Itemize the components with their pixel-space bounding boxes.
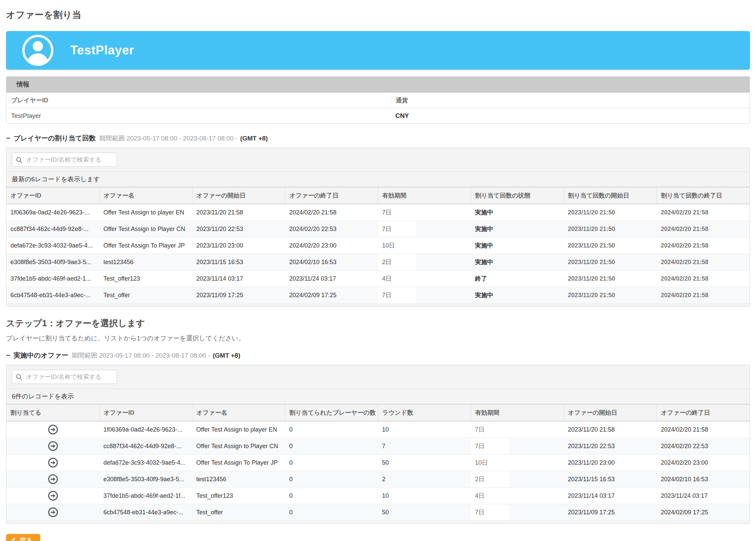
assign-offer-button[interactable] [46, 489, 60, 503]
table-row: 37fde1b5-abdc-469f-aed2-1... Test_offer1… [6, 270, 750, 287]
count-end-cell: 2024/02/20 21:58 [657, 254, 750, 270]
offer-name-cell: Offer Test Assign to player EN [99, 204, 192, 221]
count-start-cell: 2023/11/20 21:50 [564, 287, 657, 304]
offer-id-cell: cc887f34-462c-44d9-92e8-... [6, 221, 99, 237]
count-end-cell: 2024/02/20 21:58 [657, 204, 750, 221]
offer-end-cell: 2024/02/09 17:25 [657, 504, 750, 521]
offer-end-cell: 2024/02/20 23:00 [285, 237, 378, 254]
offer-start-cell: 2023/11/20 23:00 [564, 455, 657, 471]
chevron-left-icon [11, 537, 16, 541]
table-header-row: オファーID オファー名 オファーの開始日 オファーの終了日 有効期間 割り当て… [6, 187, 750, 204]
valid-period-cell: 10日 [471, 455, 564, 471]
arrow-right-circle-icon [48, 441, 58, 452]
offer-id-cell: 1f06369a-0ad2-4e26-9623-... [99, 421, 192, 438]
info-header-row: プレイヤーID 通貨 [6, 93, 750, 108]
count-end-cell: 2024/02/20 21:58 [657, 270, 750, 287]
table-footer-strip [6, 521, 750, 523]
timezone-label: (GMT +8) [240, 135, 268, 142]
offer-name-cell: Offer Test Assign to Player CN [192, 438, 285, 455]
offer-start-cell: 2023/11/09 17:25 [192, 287, 285, 304]
table-row: 1f06369a-0ad2-4e26-9623-... Offer Test A… [6, 421, 750, 438]
valid-period-cell: 7日 [471, 504, 564, 521]
header-count-end: 割り当て回数の終了日 [657, 187, 750, 204]
step1-description: プレイヤーに割り当てるために、リストから1つのオファーを選択してください。 [6, 334, 750, 343]
offer-id-cell: 1f06369a-0ad2-4e26-9623-... [6, 204, 99, 221]
status-cell: 実施中 [471, 221, 564, 237]
period-label: 期間範囲 [72, 352, 97, 359]
section-title: プレイヤーの割り当て回数 [14, 134, 96, 143]
assign-offer-button[interactable] [46, 423, 60, 436]
header-valid-period: 有効期間 [378, 187, 471, 204]
rounds-cell: 10 [378, 421, 471, 438]
currency-value: CNY [391, 112, 750, 120]
offer-end-cell: 2024/02/20 21:58 [657, 421, 750, 438]
offer-start-cell: 2023/11/20 21:58 [564, 421, 657, 438]
section-header-active-offers: − 実施中のオファー 期間範囲 2023-05-17 08:00 - 2023-… [6, 351, 750, 360]
search-area [6, 365, 750, 389]
active-offers-panel: 6件のレコードを表示 割り当てる オファーID オファー名 割り当てられたプレー… [6, 365, 750, 524]
rounds-cell: 50 [378, 455, 471, 471]
assigned-players-cell: 0 [285, 421, 378, 438]
offer-end-cell: 2024/02/09 17:25 [285, 287, 378, 304]
page: オファーを割り当 TestPlayer 情報 プレイヤーID 通貨 TestPl… [0, 0, 756, 541]
offer-id-cell: defa672e-3c93-4032-9ae5-4... [99, 455, 192, 471]
table-row: 1f06369a-0ad2-4e26-9623-... Offer Test A… [6, 204, 750, 221]
header-assign: 割り当てる [6, 404, 99, 421]
back-button-label: 戻る [19, 536, 33, 541]
table-footer-strip [6, 304, 750, 306]
table-row: defa672e-3c93-4032-9ae5-4... Offer Test … [6, 237, 750, 254]
offer-name-cell: Test_offer [192, 504, 285, 521]
info-col-currency: 通貨 [391, 96, 750, 105]
step1-heading: ステップ1：オファーを選択します [6, 317, 750, 329]
offer-id-cell: 6cb47548-eb31-44e3-a9ec-... [6, 287, 99, 304]
status-cell: 実施中 [471, 237, 564, 254]
valid-period-cell: 7日 [471, 421, 564, 438]
table-row: 37fde1b5-abdc-469f-aed2-1f... Test_offer… [6, 488, 750, 504]
table-row: cc887f34-462c-44d9-92e8-... Offer Test A… [6, 221, 750, 237]
offer-id-cell: defa672e-3c93-4032-9ae5-4... [6, 237, 99, 254]
rounds-cell: 50 [378, 504, 471, 521]
rounds-cell: 7 [378, 438, 471, 455]
page-title: オファーを割り当 [6, 0, 750, 21]
collapse-toggle-icon[interactable]: − [6, 134, 10, 142]
header-offer-id: オファーID [6, 187, 99, 204]
status-cell: 実施中 [471, 287, 564, 304]
assign-offer-button[interactable] [46, 506, 60, 519]
offer-end-cell: 2024/02/20 22:53 [285, 221, 378, 237]
arrow-right-circle-icon [48, 474, 58, 485]
offer-start-cell: 2023/11/20 22:53 [564, 438, 657, 455]
timezone-label: (GMT +8) [213, 352, 240, 359]
search-area [6, 148, 750, 172]
offer-start-cell: 2023/11/15 16:53 [192, 254, 285, 270]
period-value: 2023-05-17 08:00 - 2023-08-17 08:00 - [127, 135, 238, 142]
section-title: 実施中のオファー [14, 351, 68, 360]
count-start-cell: 2023/11/20 21:50 [564, 237, 657, 254]
rounds-cell: 10 [378, 488, 471, 504]
status-cell: 実施中 [471, 204, 564, 221]
offer-start-cell: 2023/11/20 23:00 [192, 237, 285, 254]
arrow-right-circle-icon [48, 507, 58, 518]
offer-name-cell: Offer Test Assign to player EN [192, 421, 285, 438]
valid-period-cell: 4日 [471, 488, 564, 504]
offer-start-cell: 2023/11/20 21:58 [192, 204, 285, 221]
offer-search-input[interactable] [25, 156, 113, 164]
back-button[interactable]: 戻る [6, 534, 40, 541]
header-count-status: 割り当て回数の状態 [471, 187, 564, 204]
valid-period-cell: 7日 [471, 438, 564, 455]
offer-search-box [12, 153, 117, 167]
header-offer-id: オファーID [99, 404, 192, 421]
search-icon [16, 373, 23, 381]
offer-search-input[interactable] [25, 373, 113, 381]
collapse-toggle-icon[interactable]: − [6, 351, 10, 359]
assign-offer-button[interactable] [46, 439, 60, 453]
header-offer-end: オファーの終了日 [285, 187, 378, 204]
header-valid-period: 有効期間 [471, 404, 564, 421]
assignment-counts-panel: 最新の6レコードを表示します オファーID オファー名 オファーの開始日 オファ… [6, 148, 750, 307]
assign-offer-button[interactable] [46, 456, 60, 469]
assign-offer-button[interactable] [46, 472, 60, 486]
header-offer-end: オファーの終了日 [657, 404, 750, 421]
record-count-text: 最新の6レコードを表示します [6, 172, 750, 187]
count-end-cell: 2024/02/20 21:58 [657, 287, 750, 304]
search-icon [16, 156, 23, 163]
table-row: cc887f34-462c-44d9-92e8-... Offer Test A… [6, 438, 750, 455]
